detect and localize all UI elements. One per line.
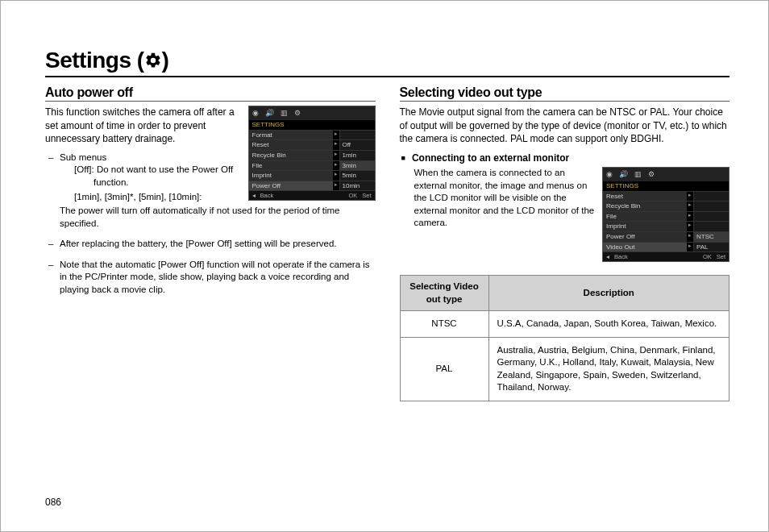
connecting-subhead: Connecting to an external monitor [401,152,730,164]
ss-row: Imprint▸ [603,221,729,231]
chevron-right-icon: ▸ [687,192,693,202]
ss-row: Recycle Bin▸ [603,201,729,211]
right-sub-wrap: ◉ 🔊 ▥ ⚙ SETTINGS Reset▸ Recycle Bin▸ Fil… [400,167,730,265]
camera-screenshot-videoout: ◉ 🔊 ▥ ⚙ SETTINGS Reset▸ Recycle Bin▸ Fil… [602,167,730,262]
ss-header: SETTINGS [249,120,375,130]
speaker-icon: 🔊 [619,170,628,179]
ntsc-desc: U.S.A, Canada, Japan, South Korea, Taiwa… [488,311,730,338]
set-label: Set [717,253,725,260]
exception-note: Note that the automatic [Power Off] func… [60,259,376,297]
page-number: 086 [45,496,61,509]
chevron-right-icon: ▸ [687,243,693,252]
th-type: Selecting Video out type [400,276,488,311]
right-heading: Selecting video out type [400,84,730,102]
table-row: NTSC U.S.A, Canada, Japan, South Korea, … [400,311,730,338]
videoout-table: Selecting Video out type Description NTS… [400,275,730,401]
sub-detail: [Off]: Do not want to use the Power Off … [60,164,376,230]
ss-tab-bar: ◉ 🔊 ▥ ⚙ [603,168,729,181]
left-intro-wrap: ◉ 🔊 ▥ ⚙ SETTINGS Format▸ Reset▸Off Recyc… [45,106,376,304]
ss-row: File▸ [603,211,729,222]
sub-menu-list: Sub menus [Off]: Do not want to use the … [45,152,376,296]
columns: Auto power off ◉ 🔊 ▥ ⚙ SETTINGS Format▸ … [45,84,730,401]
camera-icon: ◉ [606,170,613,179]
ss-row: Format▸ [249,130,375,140]
chevron-right-icon: ▸ [687,212,693,222]
title-text: Settings ( [45,48,144,73]
right-column: Selecting video out type The Movie outpu… [400,84,730,401]
page-title: Settings () [45,45,730,77]
times-desc: The power will turn off automatically if… [60,205,376,230]
ok-label: OK [703,253,712,260]
display-icon: ▥ [634,170,642,179]
left-column: Auto power off ◉ 🔊 ▥ ⚙ SETTINGS Format▸ … [45,84,376,401]
speaker-icon: 🔊 [265,109,274,118]
table-row: PAL Australia, Austria, Belgium, China, … [400,337,730,401]
ss-footer: ◂ Back OK Set [603,251,729,261]
gear-tab-icon: ⚙ [294,109,301,118]
chevron-right-icon: ▸ [333,140,339,150]
ss-row: Video Out▸PAL [603,242,729,252]
ss-row: Power Off▸NTSC [603,231,729,242]
chevron-right-icon: ▸ [687,202,693,211]
gear-icon [144,52,162,69]
pal-cell: PAL [400,337,488,401]
th-desc: Description [488,276,730,311]
ss-header: SETTINGS [603,181,729,191]
page: Settings () Auto power off ◉ 🔊 ▥ ⚙ SETTI… [0,0,769,532]
sub-menus-label: Sub menus [60,152,106,162]
ss-row: Reset▸ [603,191,729,202]
chevron-right-icon: ▸ [687,222,693,231]
right-intro: The Movie output signal from the camera … [400,106,730,145]
display-icon: ▥ [281,109,288,118]
table-header-row: Selecting Video out type Description [400,276,730,311]
ntsc-cell: NTSC [400,311,488,338]
ss-row: Reset▸Off [249,139,375,150]
ss-tab-bar: ◉ 🔊 ▥ ⚙ [249,106,375,120]
sub-menus-item: Sub menus [Off]: Do not want to use the … [60,152,376,230]
battery-note: After replacing the battery, the [Power … [60,238,376,251]
title-suffix: ) [162,48,169,73]
pal-desc: Australia, Austria, Belgium, China, Denm… [488,337,730,401]
back-label: Back [614,253,628,260]
back-arrow-icon: ◂ [606,253,609,260]
camera-icon: ◉ [252,109,259,118]
off-option: [Off]: Do not want to use the Power Off … [74,164,376,189]
chevron-right-icon: ▸ [333,131,339,140]
chevron-right-icon: ▸ [687,232,693,242]
left-heading: Auto power off [45,84,376,102]
times-option: [1min], [3min]*, [5min], [10min]: [74,191,376,204]
gear-tab-icon: ⚙ [648,170,655,179]
